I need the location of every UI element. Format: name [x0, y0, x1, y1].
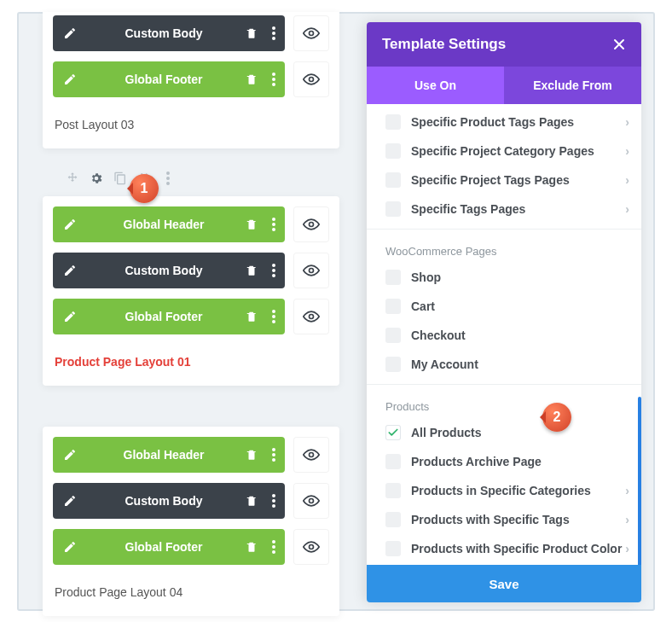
visibility-toggle[interactable]	[293, 299, 329, 334]
more-icon[interactable]	[263, 15, 285, 51]
trash-icon[interactable]	[240, 61, 263, 97]
tab-exclude-from[interactable]: Exclude From	[504, 67, 641, 104]
svg-point-12	[272, 223, 275, 226]
scrollbar-indicator[interactable]	[638, 397, 641, 565]
settings-option[interactable]: Products with Specific Product Size›	[367, 563, 641, 565]
checkbox-icon[interactable]	[385, 512, 401, 527]
settings-option[interactable]: Specific Project Category Pages›	[367, 137, 641, 166]
trash-icon[interactable]	[240, 15, 263, 51]
pencil-icon[interactable]	[53, 483, 87, 519]
visibility-toggle[interactable]	[293, 529, 329, 565]
more-icon[interactable]	[263, 483, 285, 519]
visibility-toggle[interactable]	[293, 437, 329, 473]
trash-icon[interactable]	[240, 529, 263, 565]
save-button[interactable]: Save	[367, 565, 641, 602]
settings-option-label: Products Archive Page	[411, 455, 629, 468]
trash-icon[interactable]	[240, 206, 263, 242]
trash-icon[interactable]	[240, 253, 263, 288]
template-block[interactable]: Custom Body	[53, 483, 285, 519]
svg-point-31	[272, 540, 275, 544]
pencil-icon[interactable]	[53, 437, 87, 473]
layout-title: Product Page Layout 04	[53, 575, 329, 611]
trash-icon[interactable]	[240, 299, 263, 334]
settings-section-heading: WooCommerce Pages	[367, 229, 641, 263]
template-block[interactable]: Custom Body	[53, 15, 285, 51]
settings-option[interactable]: Products with Specific Tags›	[367, 505, 641, 534]
more-icon[interactable]	[263, 437, 285, 473]
pencil-icon[interactable]	[53, 529, 87, 565]
settings-option[interactable]: Checkout	[367, 321, 641, 350]
checkbox-icon[interactable]	[385, 454, 401, 469]
settings-option[interactable]: Specific Product Tags Pages›	[367, 108, 641, 137]
chevron-right-icon: ›	[625, 115, 629, 129]
svg-point-24	[272, 453, 275, 456]
checkbox-checked-icon[interactable]	[385, 425, 401, 440]
settings-option[interactable]: Specific Project Tags Pages›	[367, 166, 641, 195]
settings-option[interactable]: Shop	[367, 263, 641, 292]
svg-point-30	[310, 499, 314, 503]
settings-option[interactable]: Products with Specific Product Color›	[367, 534, 641, 563]
checkbox-icon[interactable]	[385, 357, 401, 372]
settings-option-label: Shop	[411, 270, 629, 284]
svg-point-27	[272, 494, 275, 497]
more-icon[interactable]	[263, 61, 285, 97]
checkbox-icon[interactable]	[385, 483, 401, 498]
more-icon[interactable]	[263, 529, 285, 565]
visibility-toggle[interactable]	[293, 61, 329, 97]
checkbox-icon[interactable]	[385, 270, 401, 285]
svg-point-21	[272, 320, 275, 323]
template-row: Custom Body	[53, 253, 329, 288]
settings-option[interactable]: All Products	[367, 418, 641, 447]
visibility-toggle[interactable]	[293, 253, 329, 288]
app-frame: Custom BodyGlobal FooterPost Layout 03Gl…	[17, 12, 655, 611]
svg-point-4	[272, 73, 275, 76]
settings-option[interactable]: My Account	[367, 350, 641, 379]
move-icon[interactable]	[65, 171, 80, 186]
visibility-toggle[interactable]	[293, 483, 329, 519]
checkbox-icon[interactable]	[385, 201, 401, 217]
more-icon[interactable]	[160, 171, 176, 186]
template-block[interactable]: Custom Body	[53, 253, 285, 288]
panel-body[interactable]: Specific Product Tags Pages›Specific Pro…	[367, 104, 641, 565]
svg-point-33	[272, 550, 275, 554]
svg-point-8	[166, 171, 170, 175]
more-icon[interactable]	[263, 299, 285, 334]
pencil-icon[interactable]	[53, 299, 87, 334]
template-block[interactable]: Global Footer	[53, 61, 285, 97]
pencil-icon[interactable]	[53, 61, 87, 97]
checkbox-icon[interactable]	[385, 328, 401, 343]
svg-point-18	[310, 269, 314, 273]
close-icon[interactable]	[612, 38, 626, 51]
template-block[interactable]: Global Header	[53, 437, 285, 473]
settings-option[interactable]: Specific Tags Pages›	[367, 195, 641, 224]
template-block[interactable]: Global Footer	[53, 529, 285, 565]
pencil-icon[interactable]	[53, 253, 87, 288]
svg-point-22	[310, 315, 314, 319]
settings-option-label: Specific Tags Pages	[411, 202, 625, 216]
svg-point-20	[272, 315, 275, 318]
gear-icon[interactable]	[89, 171, 104, 186]
tab-use-on[interactable]: Use On	[367, 67, 504, 104]
checkbox-icon[interactable]	[385, 143, 401, 159]
template-block[interactable]: Global Footer	[53, 299, 285, 334]
template-block[interactable]: Global Header	[53, 206, 285, 242]
svg-point-28	[272, 499, 275, 503]
visibility-toggle[interactable]	[293, 206, 329, 242]
settings-option[interactable]: Products in Specific Categories›	[367, 476, 641, 505]
settings-option-label: Specific Project Category Pages	[411, 144, 625, 158]
checkbox-icon[interactable]	[385, 299, 401, 314]
settings-option[interactable]: Products Archive Page	[367, 447, 641, 476]
settings-option-label: All Products	[411, 426, 629, 439]
more-icon[interactable]	[263, 206, 285, 242]
pencil-icon[interactable]	[53, 206, 87, 242]
trash-icon[interactable]	[240, 483, 263, 519]
visibility-toggle[interactable]	[293, 15, 329, 51]
trash-icon[interactable]	[240, 437, 263, 473]
checkbox-icon[interactable]	[385, 114, 401, 130]
template-row: Custom Body	[53, 483, 329, 519]
pencil-icon[interactable]	[53, 15, 87, 51]
settings-option[interactable]: Cart	[367, 292, 641, 321]
checkbox-icon[interactable]	[385, 541, 401, 556]
more-icon[interactable]	[263, 253, 285, 288]
checkbox-icon[interactable]	[385, 172, 401, 188]
